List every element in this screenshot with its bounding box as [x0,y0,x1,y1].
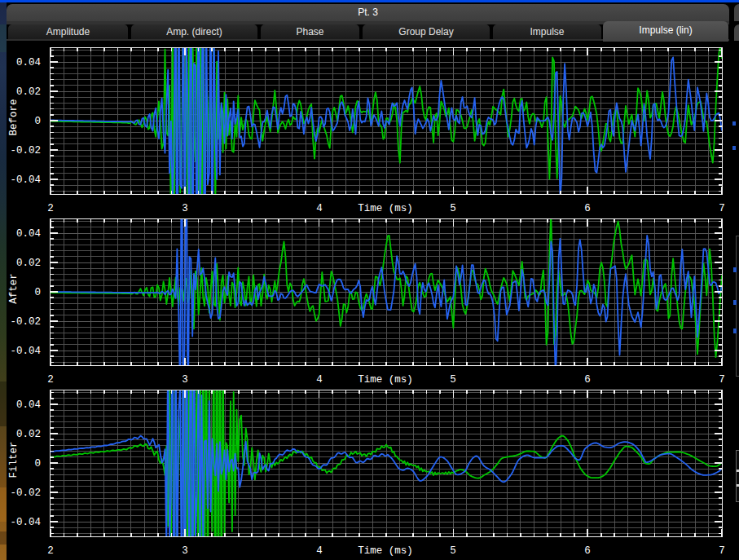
svg-text:0: 0 [34,458,41,470]
svg-text:0.04: 0.04 [16,57,41,68]
svg-text:Filter: Filter [8,441,20,478]
svg-text:2: 2 [47,203,54,214]
svg-text:5: 5 [450,203,456,214]
svg-text:Time (ms): Time (ms) [358,203,413,214]
svg-text:0.02: 0.02 [16,258,41,269]
svg-text:2: 2 [47,545,54,557]
svg-text:2: 2 [47,374,54,386]
svg-text:6: 6 [584,374,591,386]
svg-text:0: 0 [34,116,41,127]
svg-text:-0.02: -0.02 [10,316,41,328]
svg-text:4: 4 [316,374,323,386]
svg-text:-0.04: -0.04 [10,346,41,357]
svg-text:-0.04: -0.04 [10,174,41,186]
svg-text:3: 3 [182,545,188,557]
svg-text:-0.04: -0.04 [10,517,41,528]
svg-text:4: 4 [316,545,323,557]
svg-text:3: 3 [182,374,188,386]
svg-text:-0.02: -0.02 [10,487,41,499]
svg-text:5: 5 [450,545,456,557]
svg-text:0.02: 0.02 [16,86,41,98]
svg-text:7: 7 [719,203,725,214]
svg-text:7: 7 [719,374,725,386]
svg-text:0.02: 0.02 [16,429,41,440]
svg-text:Time (ms): Time (ms) [358,374,413,386]
svg-text:0.04: 0.04 [16,399,41,411]
svg-text:0.04: 0.04 [16,228,41,240]
svg-text:Before: Before [8,99,20,135]
svg-text:Time (ms): Time (ms) [358,545,413,557]
svg-text:6: 6 [584,545,591,557]
svg-text:6: 6 [584,203,591,214]
svg-text:-0.02: -0.02 [10,145,41,157]
svg-text:After: After [8,273,20,304]
svg-text:4: 4 [316,203,323,214]
svg-text:7: 7 [719,545,725,557]
svg-text:0: 0 [34,287,41,298]
svg-text:3: 3 [182,203,188,214]
svg-text:5: 5 [450,374,456,386]
